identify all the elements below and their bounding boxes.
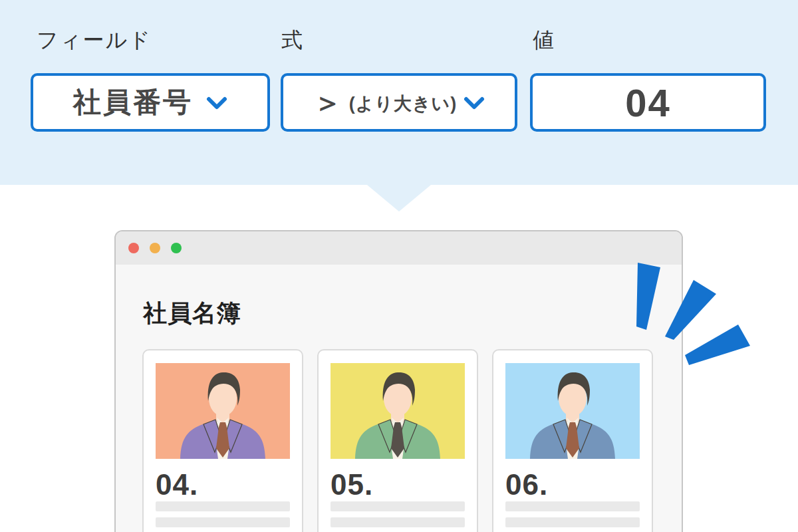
tie	[569, 422, 577, 427]
field-selected-value: 社員番号	[73, 84, 193, 121]
chevron-down-icon	[464, 96, 485, 111]
emphasis-marks-icon	[632, 258, 755, 370]
chevron-stroke	[209, 99, 225, 107]
value-input[interactable]: 04	[530, 73, 766, 132]
employee-number: 06.	[505, 470, 640, 499]
operator-symbol: ＞	[313, 88, 342, 117]
value-label: 値	[533, 28, 555, 53]
employee-card[interactable]: 05.	[317, 349, 478, 532]
field-label: フィールド	[37, 28, 152, 53]
maximize-button[interactable]	[171, 243, 182, 253]
value-input-text: 04	[625, 80, 671, 125]
employee-photo	[505, 363, 640, 459]
operator-select[interactable]: ＞ (より大きい)	[281, 73, 517, 132]
employee-card[interactable]: 04.	[142, 349, 303, 532]
text-placeholder-bar	[156, 501, 290, 511]
tie	[394, 422, 402, 427]
tie	[219, 422, 227, 427]
browser-window: 社員名簿 04.	[114, 230, 683, 532]
text-placeholder-bar	[331, 517, 465, 527]
traffic-lights	[128, 243, 183, 253]
employee-photo	[156, 363, 290, 459]
page-title: 社員名簿	[143, 301, 241, 325]
text-placeholder-bar	[505, 501, 640, 511]
close-button[interactable]	[128, 243, 139, 253]
chevron-stroke	[466, 99, 482, 107]
employee-card[interactable]: 06.	[492, 349, 653, 532]
banner-pointer-arrow	[367, 185, 431, 211]
employee-number: 05.	[331, 470, 465, 499]
minimize-button[interactable]	[150, 243, 160, 253]
operator-label: 式	[281, 28, 304, 53]
field-select[interactable]: 社員番号	[31, 73, 270, 132]
text-placeholder-bar	[156, 517, 290, 527]
employee-card-list: 04. 05.	[142, 349, 653, 532]
text-placeholder-bar	[505, 517, 640, 527]
operator-note: (より大きい)	[349, 89, 458, 116]
text-placeholder-bar	[331, 501, 465, 511]
chevron-down-icon	[206, 96, 227, 111]
employee-number: 04.	[156, 470, 290, 499]
employee-photo	[331, 363, 465, 459]
browser-titlebar	[116, 231, 682, 265]
